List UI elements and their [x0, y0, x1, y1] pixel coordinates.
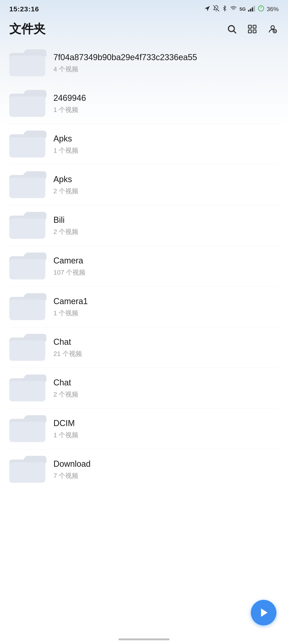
folder-item[interactable]: Camera1 1 个视频: [9, 287, 279, 327]
folder-item[interactable]: Apks 2 个视频: [9, 165, 279, 205]
loading-icon: [258, 5, 264, 13]
folder-info: Download 7 个视频: [54, 459, 279, 480]
folder-item[interactable]: Download 7 个视频: [9, 449, 279, 490]
folder-name: Camera1: [54, 296, 279, 306]
folder-item[interactable]: Apks 1 个视频: [9, 124, 279, 165]
svg-rect-2: [248, 10, 250, 12]
folder-icon: [9, 373, 46, 403]
folder-count: 107 个视频: [54, 268, 279, 277]
folder-count: 21 个视频: [54, 350, 279, 358]
svg-rect-9: [248, 25, 252, 28]
svg-rect-10: [253, 25, 256, 28]
navigation-icon: [204, 5, 211, 13]
folder-info: Bili 2 个视频: [54, 215, 279, 236]
folder-name: Camera: [54, 256, 279, 266]
folder-item[interactable]: 7f04a87349b90ba29e4f733c2336ea55 4 个视频: [9, 43, 279, 84]
svg-rect-30: [9, 340, 45, 361]
svg-rect-36: [9, 462, 45, 483]
svg-rect-26: [9, 259, 45, 280]
folder-icon: [9, 210, 46, 241]
5g-signal-icon: 5G: [240, 6, 246, 12]
svg-line-8: [234, 31, 236, 33]
wifi-icon: [230, 5, 237, 13]
svg-rect-4: [252, 7, 253, 12]
folder-name: 2469946: [54, 93, 279, 103]
search-button[interactable]: [226, 23, 238, 35]
folder-name: Apks: [54, 134, 279, 144]
folder-count: 7 个视频: [54, 472, 279, 480]
folder-info: Chat 2 个视频: [54, 378, 279, 399]
folder-info: 7f04a87349b90ba29e4f733c2336ea55 4 个视频: [54, 52, 279, 74]
folder-item[interactable]: Camera 107 个视频: [9, 246, 279, 287]
folder-name: Chat: [54, 378, 279, 388]
folder-icon: [9, 129, 46, 159]
bottom-indicator: [118, 638, 170, 640]
folder-count: 2 个视频: [54, 228, 279, 236]
signal-bars-icon: [248, 5, 256, 13]
svg-rect-3: [250, 8, 251, 12]
folder-name: 7f04a87349b90ba29e4f733c2336ea55: [54, 52, 279, 62]
svg-marker-37: [261, 608, 268, 617]
folder-icon: [9, 292, 46, 322]
svg-rect-34: [9, 422, 45, 442]
svg-rect-18: [9, 96, 45, 117]
status-icons: 5G 36%: [204, 5, 279, 13]
folder-info: Apks 1 个视频: [54, 134, 279, 155]
header: 文件夹: [0, 16, 288, 43]
folder-count: 4 个视频: [54, 65, 279, 74]
folder-name: Bili: [54, 215, 279, 225]
svg-point-7: [228, 26, 234, 32]
battery-percentage: 36%: [267, 6, 279, 13]
svg-rect-5: [254, 6, 255, 12]
svg-point-13: [271, 26, 274, 29]
folder-info: Camera1 1 个视频: [54, 296, 279, 317]
svg-rect-20: [9, 137, 45, 158]
notification-muted-icon: [213, 5, 220, 13]
folder-icon: [9, 454, 46, 485]
folder-item[interactable]: Bili 2 个视频: [9, 205, 279, 246]
folder-item[interactable]: Chat 21 个视频: [9, 327, 279, 368]
svg-rect-12: [253, 30, 256, 33]
folder-info: 2469946 1 个视频: [54, 93, 279, 114]
header-actions: [226, 23, 279, 35]
folder-item[interactable]: Chat 2 个视频: [9, 368, 279, 409]
bluetooth-icon: [222, 5, 228, 13]
folder-count: 2 个视频: [54, 187, 279, 196]
status-bar: 15:23:16 5G: [0, 0, 288, 16]
folder-icon: [9, 48, 46, 78]
folder-info: Apks 2 个视频: [54, 174, 279, 196]
folder-name: Download: [54, 459, 279, 469]
folder-info: Camera 107 个视频: [54, 256, 279, 277]
folder-count: 1 个视频: [54, 309, 279, 318]
svg-rect-32: [9, 381, 45, 402]
grid-view-button[interactable]: [246, 23, 258, 35]
folder-count: 1 个视频: [54, 146, 279, 155]
folder-name: Chat: [54, 337, 279, 347]
status-time: 15:23:16: [9, 5, 39, 13]
page-title: 文件夹: [9, 21, 46, 37]
svg-rect-24: [9, 218, 45, 239]
profile-button[interactable]: [267, 23, 279, 35]
folder-info: DCIM 1 个视频: [54, 418, 279, 439]
folder-count: 2 个视频: [54, 390, 279, 399]
folder-icon: [9, 332, 46, 363]
svg-rect-22: [9, 178, 45, 198]
folder-icon: [9, 88, 46, 119]
folder-icon: [9, 170, 46, 200]
folder-count: 1 个视频: [54, 431, 279, 440]
folder-info: Chat 21 个视频: [54, 337, 279, 358]
svg-rect-16: [9, 56, 45, 76]
play-fab-button[interactable]: [251, 600, 276, 626]
svg-rect-28: [9, 300, 45, 320]
svg-line-0: [213, 5, 219, 12]
svg-rect-11: [248, 30, 252, 33]
folder-item[interactable]: 2469946 1 个视频: [9, 84, 279, 124]
folder-list: 7f04a87349b90ba29e4f733c2336ea55 4 个视频 2…: [0, 43, 288, 490]
folder-name: Apks: [54, 174, 279, 184]
folder-icon: [9, 414, 46, 444]
folder-count: 1 个视频: [54, 106, 279, 114]
folder-item[interactable]: DCIM 1 个视频: [9, 409, 279, 449]
folder-name: DCIM: [54, 418, 279, 428]
folder-icon: [9, 251, 46, 281]
